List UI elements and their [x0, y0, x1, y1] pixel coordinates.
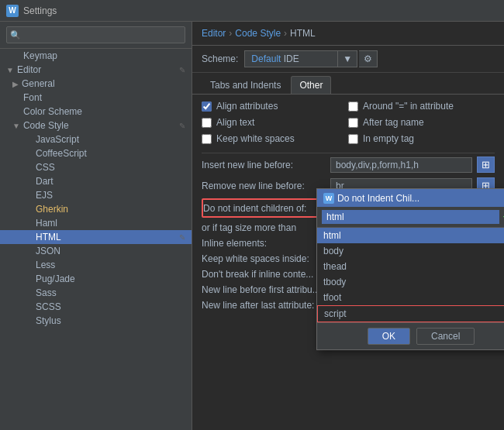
sidebar-label-general: General	[22, 78, 55, 89]
sidebar-label-haml: Haml	[36, 218, 57, 229]
sidebar-label-keymap: Keymap	[23, 50, 57, 61]
breadcrumb-code-style[interactable]: Code Style	[235, 28, 281, 39]
sidebar-tree: Keymap▼Editor✎▶GeneralFontColor Scheme▼C…	[0, 49, 192, 328]
after-tag-checkbox[interactable]	[348, 118, 358, 128]
search-input[interactable]	[6, 26, 185, 43]
field-insert-value[interactable]: body,div,p,form,h1,h	[330, 157, 472, 173]
popup-item-tfoot[interactable]: tfoot	[317, 290, 504, 305]
content-area: Editor › Code Style › HTML Scheme: Defau…	[192, 22, 504, 430]
sidebar-item-haml[interactable]: Haml	[0, 216, 192, 230]
title-bar-text: Settings	[23, 5, 57, 16]
sidebar-item-dart[interactable]: Dart	[0, 174, 192, 188]
sidebar-label-json: JSON	[36, 246, 60, 256]
popup-cancel-btn[interactable]: Cancel	[416, 328, 475, 345]
breadcrumb-sep1: ›	[229, 28, 232, 39]
sidebar-item-ejs[interactable]: EJS	[0, 188, 192, 202]
sidebar-label-code-style: Code Style	[23, 120, 69, 131]
checkbox-align-text: Align text	[202, 117, 348, 128]
keep-white-label: Keep white spaces	[216, 133, 295, 144]
sidebar-label-javascript: JavaScript	[36, 134, 79, 145]
popup-item-tbody[interactable]: tbody	[317, 274, 504, 290]
align-attrs-checkbox[interactable]	[202, 101, 212, 112]
field-new-line-last-label: New line after last attribute:	[202, 300, 326, 311]
sidebar-label-css: CSS	[36, 162, 55, 173]
sidebar-item-stylus[interactable]: Stylus	[0, 314, 192, 328]
scheme-label: Scheme:	[202, 53, 238, 64]
sidebar-item-html[interactable]: HTML✎	[0, 230, 192, 244]
sidebar-item-pug-jade[interactable]: Pug/Jade	[0, 272, 192, 286]
field-insert-label: Insert new line before:	[202, 160, 326, 170]
sidebar-item-general[interactable]: ▶General	[0, 77, 192, 91]
breadcrumb-html: HTML	[290, 28, 316, 39]
align-text-checkbox[interactable]	[202, 118, 212, 128]
sidebar-item-json[interactable]: JSON	[0, 244, 192, 258]
tab-other[interactable]: Other	[291, 76, 331, 94]
around-eq-label: Around "=" in attribute	[363, 101, 454, 112]
popup-title-text: Do not Indent Chil...	[337, 193, 419, 204]
sidebar-label-font: Font	[23, 92, 42, 103]
edit-icon-code-style: ✎	[179, 122, 185, 130]
popup-do-not-indent: W Do not Indent Chil... ✕ + − html body …	[316, 188, 504, 350]
sidebar: 🔍 Keymap▼Editor✎▶GeneralFontColor Scheme…	[0, 22, 192, 430]
sidebar-item-scss[interactable]: SCSS	[0, 300, 192, 314]
scheme-value[interactable]: Default IDE	[244, 50, 337, 67]
sidebar-label-stylus: Stylus	[36, 315, 61, 326]
sidebar-label-coffeescript: CoffeeScript	[36, 148, 87, 159]
popup-item-body[interactable]: body	[317, 243, 504, 259]
checkbox-after-tag: After tag name	[348, 117, 495, 128]
sidebar-item-javascript[interactable]: JavaScript	[0, 132, 192, 146]
sidebar-label-scss: SCSS	[36, 301, 61, 312]
sidebar-item-css[interactable]: CSS	[0, 160, 192, 174]
sidebar-item-code-style[interactable]: ▼Code Style✎	[0, 119, 192, 132]
sidebar-label-pug-jade: Pug/Jade	[36, 273, 75, 284]
field-insert-btn[interactable]: ⊞	[477, 157, 495, 173]
breadcrumb: Editor › Code Style › HTML	[192, 22, 504, 46]
edit-icon-editor: ✎	[179, 66, 185, 74]
scheme-gear-btn[interactable]: ⚙	[359, 50, 378, 67]
sidebar-item-editor[interactable]: ▼Editor✎	[0, 63, 192, 77]
popup-item-script[interactable]: script	[317, 305, 504, 322]
sidebar-item-sass[interactable]: Sass	[0, 286, 192, 300]
breadcrumb-sep2: ›	[284, 28, 287, 39]
field-tag-size-label: or if tag size more than	[202, 222, 326, 233]
tab-tabs-indents[interactable]: Tabs and Indents	[202, 76, 289, 94]
popup-list: html body thead tbody tfoot script	[317, 228, 504, 322]
tabs-row: Tabs and Indents Other	[192, 73, 504, 95]
field-inline-label: Inline elements:	[202, 238, 326, 249]
sidebar-label-color-scheme: Color Scheme	[23, 106, 82, 117]
field-new-line-first-label: New line before first attribu...	[202, 284, 326, 295]
around-eq-checkbox[interactable]	[348, 101, 358, 112]
edit-icon-html: ✎	[179, 233, 185, 242]
breadcrumb-editor[interactable]: Editor	[202, 28, 226, 39]
popup-item-thead[interactable]: thead	[317, 259, 504, 274]
scheme-dropdown-btn[interactable]: ▼	[337, 50, 357, 67]
checkbox-keep-white: Keep white spaces	[202, 133, 348, 144]
field-dont-break-label: Don't break if inline conte...	[202, 269, 326, 280]
checkbox-in-empty: In empty tag	[348, 133, 495, 144]
in-empty-checkbox[interactable]	[348, 134, 358, 144]
checkboxes-grid: Align attributes Around "=" in attribute…	[202, 101, 495, 148]
sidebar-item-keymap[interactable]: Keymap	[0, 49, 192, 63]
field-do-not-indent-label: Do not indent children of:	[203, 203, 327, 214]
sidebar-item-less[interactable]: Less	[0, 258, 192, 272]
sidebar-item-color-scheme[interactable]: Color Scheme	[0, 105, 192, 119]
sidebar-label-html: HTML	[36, 232, 61, 243]
title-bar: W Settings	[0, 0, 504, 22]
popup-input[interactable]	[322, 210, 499, 224]
scheme-default: Default	[251, 53, 281, 64]
search-icon: 🔍	[10, 30, 21, 40]
scheme-ide: IDE	[284, 53, 299, 64]
popup-item-html[interactable]: html	[317, 228, 504, 243]
keep-white-checkbox[interactable]	[202, 134, 212, 144]
divider1	[202, 153, 495, 153]
popup-footer: OK Cancel	[317, 322, 504, 349]
sidebar-label-editor: Editor	[17, 64, 41, 75]
popup-ok-btn[interactable]: OK	[368, 328, 410, 345]
sidebar-item-font[interactable]: Font	[0, 91, 192, 105]
sidebar-item-coffeescript[interactable]: CoffeeScript	[0, 146, 192, 160]
sidebar-item-gherkin[interactable]: Gherkin	[0, 202, 192, 216]
after-tag-label: After tag name	[363, 117, 424, 128]
field-insert-new-line: Insert new line before: body,div,p,form,…	[202, 157, 495, 173]
tree-arrow-general: ▶	[12, 80, 19, 88]
in-empty-label: In empty tag	[363, 133, 414, 144]
